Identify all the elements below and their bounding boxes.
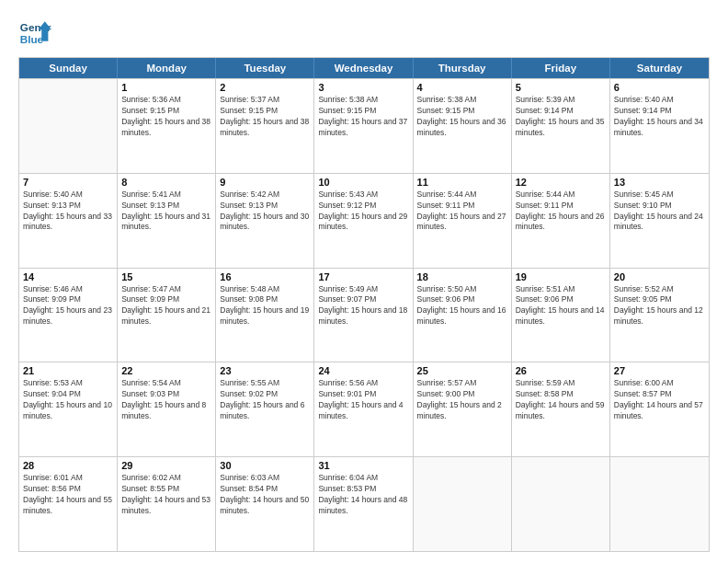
day-number: 21 bbox=[23, 365, 113, 376]
day-info: Sunrise: 5:49 AMSunset: 9:07 PMDaylight:… bbox=[318, 284, 408, 328]
day-cell-3: 3Sunrise: 5:38 AMSunset: 9:15 PMDaylight… bbox=[314, 79, 413, 173]
day-info: Sunrise: 6:02 AMSunset: 8:55 PMDaylight:… bbox=[121, 473, 211, 517]
logo-icon: General Blue bbox=[18, 15, 51, 48]
day-number: 15 bbox=[121, 271, 211, 282]
day-info: Sunrise: 5:37 AMSunset: 9:15 PMDaylight:… bbox=[220, 95, 310, 139]
day-number: 26 bbox=[516, 365, 606, 376]
day-number: 31 bbox=[318, 460, 408, 471]
header-day-tuesday: Tuesday bbox=[216, 58, 314, 78]
day-cell-18: 18Sunrise: 5:50 AMSunset: 9:06 PMDayligh… bbox=[414, 269, 512, 362]
day-number: 30 bbox=[220, 460, 310, 471]
day-cell-12: 12Sunrise: 5:44 AMSunset: 9:11 PMDayligh… bbox=[512, 174, 610, 268]
day-cell-8: 8Sunrise: 5:41 AMSunset: 9:13 PMDaylight… bbox=[118, 174, 216, 268]
day-info: Sunrise: 5:45 AMSunset: 9:10 PMDaylight:… bbox=[614, 190, 705, 234]
day-number: 1 bbox=[121, 82, 211, 93]
day-cell-22: 22Sunrise: 5:54 AMSunset: 9:03 PMDayligh… bbox=[118, 362, 216, 456]
day-info: Sunrise: 5:50 AMSunset: 9:06 PMDaylight:… bbox=[417, 284, 507, 328]
day-cell-27: 27Sunrise: 6:00 AMSunset: 8:57 PMDayligh… bbox=[610, 362, 709, 456]
day-info: Sunrise: 5:56 AMSunset: 9:01 PMDaylight:… bbox=[318, 378, 408, 422]
week-row-3: 14Sunrise: 5:46 AMSunset: 9:09 PMDayligh… bbox=[19, 268, 709, 362]
day-cell-1: 1Sunrise: 5:36 AMSunset: 9:15 PMDaylight… bbox=[118, 79, 216, 173]
day-cell-30: 30Sunrise: 6:03 AMSunset: 8:54 PMDayligh… bbox=[216, 457, 314, 551]
day-cell-9: 9Sunrise: 5:42 AMSunset: 9:13 PMDaylight… bbox=[216, 174, 314, 268]
day-number: 13 bbox=[614, 177, 705, 188]
calendar-header: SundayMondayTuesdayWednesdayThursdayFrid… bbox=[19, 58, 709, 78]
day-number: 7 bbox=[23, 177, 113, 188]
day-number: 20 bbox=[614, 271, 705, 282]
day-info: Sunrise: 5:52 AMSunset: 9:05 PMDaylight:… bbox=[614, 284, 705, 328]
empty-cell bbox=[414, 457, 512, 551]
day-number: 14 bbox=[23, 271, 113, 282]
day-number: 5 bbox=[516, 82, 606, 93]
day-info: Sunrise: 6:00 AMSunset: 8:57 PMDaylight:… bbox=[614, 378, 705, 422]
day-cell-21: 21Sunrise: 5:53 AMSunset: 9:04 PMDayligh… bbox=[19, 362, 118, 456]
calendar-body: 1Sunrise: 5:36 AMSunset: 9:15 PMDaylight… bbox=[19, 78, 709, 551]
header: General Blue bbox=[18, 15, 710, 48]
day-cell-4: 4Sunrise: 5:38 AMSunset: 9:15 PMDaylight… bbox=[414, 79, 512, 173]
day-info: Sunrise: 5:57 AMSunset: 9:00 PMDaylight:… bbox=[417, 378, 507, 422]
day-info: Sunrise: 5:47 AMSunset: 9:09 PMDaylight:… bbox=[121, 284, 211, 328]
day-cell-16: 16Sunrise: 5:48 AMSunset: 9:08 PMDayligh… bbox=[216, 269, 314, 362]
header-day-thursday: Thursday bbox=[414, 58, 512, 78]
header-day-saturday: Saturday bbox=[610, 58, 709, 78]
day-info: Sunrise: 5:40 AMSunset: 9:14 PMDaylight:… bbox=[614, 95, 705, 139]
day-info: Sunrise: 5:38 AMSunset: 9:15 PMDaylight:… bbox=[318, 95, 408, 139]
day-cell-25: 25Sunrise: 5:57 AMSunset: 9:00 PMDayligh… bbox=[414, 362, 512, 456]
day-number: 29 bbox=[121, 460, 211, 471]
day-info: Sunrise: 5:38 AMSunset: 9:15 PMDaylight:… bbox=[417, 95, 507, 139]
day-number: 24 bbox=[318, 365, 408, 376]
week-row-1: 1Sunrise: 5:36 AMSunset: 9:15 PMDaylight… bbox=[19, 78, 709, 173]
day-cell-28: 28Sunrise: 6:01 AMSunset: 8:56 PMDayligh… bbox=[19, 457, 118, 551]
page: General Blue SundayMondayTuesdayWednesda… bbox=[0, 0, 728, 563]
day-number: 4 bbox=[417, 82, 507, 93]
day-cell-17: 17Sunrise: 5:49 AMSunset: 9:07 PMDayligh… bbox=[314, 269, 413, 362]
day-cell-29: 29Sunrise: 6:02 AMSunset: 8:55 PMDayligh… bbox=[118, 457, 216, 551]
week-row-5: 28Sunrise: 6:01 AMSunset: 8:56 PMDayligh… bbox=[19, 456, 709, 551]
day-number: 10 bbox=[318, 177, 408, 188]
day-number: 6 bbox=[614, 82, 705, 93]
day-cell-26: 26Sunrise: 5:59 AMSunset: 8:58 PMDayligh… bbox=[512, 362, 610, 456]
day-cell-24: 24Sunrise: 5:56 AMSunset: 9:01 PMDayligh… bbox=[314, 362, 413, 456]
empty-cell bbox=[512, 457, 610, 551]
day-info: Sunrise: 5:59 AMSunset: 8:58 PMDaylight:… bbox=[516, 378, 606, 422]
day-info: Sunrise: 6:04 AMSunset: 8:53 PMDaylight:… bbox=[318, 473, 408, 517]
day-info: Sunrise: 5:42 AMSunset: 9:13 PMDaylight:… bbox=[220, 190, 310, 234]
day-cell-31: 31Sunrise: 6:04 AMSunset: 8:53 PMDayligh… bbox=[314, 457, 413, 551]
day-number: 11 bbox=[417, 177, 507, 188]
day-number: 19 bbox=[516, 271, 606, 282]
day-number: 8 bbox=[121, 177, 211, 188]
calendar: SundayMondayTuesdayWednesdayThursdayFrid… bbox=[18, 57, 710, 552]
day-info: Sunrise: 5:43 AMSunset: 9:12 PMDaylight:… bbox=[318, 190, 408, 234]
header-day-monday: Monday bbox=[118, 58, 216, 78]
day-cell-15: 15Sunrise: 5:47 AMSunset: 9:09 PMDayligh… bbox=[118, 269, 216, 362]
day-info: Sunrise: 5:41 AMSunset: 9:13 PMDaylight:… bbox=[121, 190, 211, 234]
day-number: 2 bbox=[220, 82, 310, 93]
day-number: 12 bbox=[516, 177, 606, 188]
week-row-4: 21Sunrise: 5:53 AMSunset: 9:04 PMDayligh… bbox=[19, 362, 709, 456]
header-day-wednesday: Wednesday bbox=[314, 58, 413, 78]
day-cell-10: 10Sunrise: 5:43 AMSunset: 9:12 PMDayligh… bbox=[314, 174, 413, 268]
day-number: 16 bbox=[220, 271, 310, 282]
day-number: 23 bbox=[220, 365, 310, 376]
day-info: Sunrise: 6:03 AMSunset: 8:54 PMDaylight:… bbox=[220, 473, 310, 517]
day-info: Sunrise: 5:36 AMSunset: 9:15 PMDaylight:… bbox=[121, 95, 211, 139]
day-info: Sunrise: 5:44 AMSunset: 9:11 PMDaylight:… bbox=[417, 190, 507, 234]
svg-text:Blue: Blue bbox=[20, 33, 44, 45]
day-cell-13: 13Sunrise: 5:45 AMSunset: 9:10 PMDayligh… bbox=[610, 174, 709, 268]
day-number: 17 bbox=[318, 271, 408, 282]
day-number: 3 bbox=[318, 82, 408, 93]
day-info: Sunrise: 5:51 AMSunset: 9:06 PMDaylight:… bbox=[516, 284, 606, 328]
day-info: Sunrise: 5:40 AMSunset: 9:13 PMDaylight:… bbox=[23, 190, 113, 234]
empty-cell bbox=[610, 457, 709, 551]
week-row-2: 7Sunrise: 5:40 AMSunset: 9:13 PMDaylight… bbox=[19, 173, 709, 268]
day-cell-19: 19Sunrise: 5:51 AMSunset: 9:06 PMDayligh… bbox=[512, 269, 610, 362]
day-cell-2: 2Sunrise: 5:37 AMSunset: 9:15 PMDaylight… bbox=[216, 79, 314, 173]
day-number: 9 bbox=[220, 177, 310, 188]
day-cell-20: 20Sunrise: 5:52 AMSunset: 9:05 PMDayligh… bbox=[610, 269, 709, 362]
day-info: Sunrise: 5:54 AMSunset: 9:03 PMDaylight:… bbox=[121, 378, 211, 422]
day-info: Sunrise: 5:53 AMSunset: 9:04 PMDaylight:… bbox=[23, 378, 113, 422]
day-info: Sunrise: 5:46 AMSunset: 9:09 PMDaylight:… bbox=[23, 284, 113, 328]
day-cell-5: 5Sunrise: 5:39 AMSunset: 9:14 PMDaylight… bbox=[512, 79, 610, 173]
day-info: Sunrise: 5:55 AMSunset: 9:02 PMDaylight:… bbox=[220, 378, 310, 422]
day-cell-11: 11Sunrise: 5:44 AMSunset: 9:11 PMDayligh… bbox=[414, 174, 512, 268]
